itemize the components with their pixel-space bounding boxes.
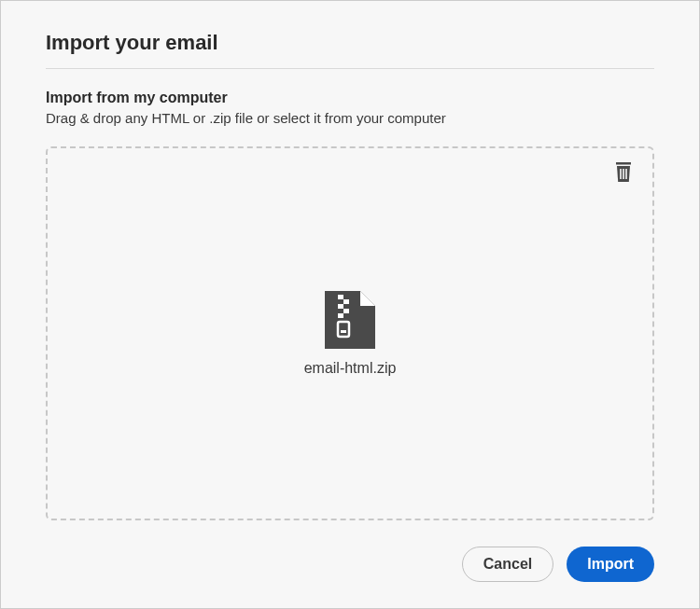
import-email-dialog: Import your email Import from my compute… <box>0 0 700 609</box>
svg-rect-4 <box>625 169 627 179</box>
uploaded-file: email-html.zip <box>304 291 397 377</box>
svg-rect-3 <box>623 169 624 179</box>
cancel-button[interactable]: Cancel <box>462 547 553 582</box>
dialog-actions: Cancel Import <box>46 547 654 582</box>
svg-rect-11 <box>341 330 346 333</box>
file-dropzone[interactable]: email-html.zip <box>46 146 654 520</box>
section-title: Import from my computer <box>46 90 654 106</box>
file-name: email-html.zip <box>304 360 397 377</box>
svg-rect-7 <box>338 304 343 309</box>
svg-rect-8 <box>343 309 349 313</box>
dialog-title: Import your email <box>46 31 654 55</box>
svg-rect-0 <box>616 162 631 165</box>
section-description: Drag & drop any HTML or .zip file or sel… <box>46 110 654 126</box>
zip-file-icon <box>304 291 397 349</box>
divider <box>46 68 654 69</box>
svg-rect-6 <box>343 299 349 304</box>
import-button[interactable]: Import <box>567 547 654 582</box>
svg-rect-5 <box>338 295 343 299</box>
remove-file-button[interactable] <box>611 161 636 186</box>
svg-rect-9 <box>338 313 343 318</box>
svg-rect-2 <box>620 169 622 179</box>
trash-icon <box>614 162 633 186</box>
